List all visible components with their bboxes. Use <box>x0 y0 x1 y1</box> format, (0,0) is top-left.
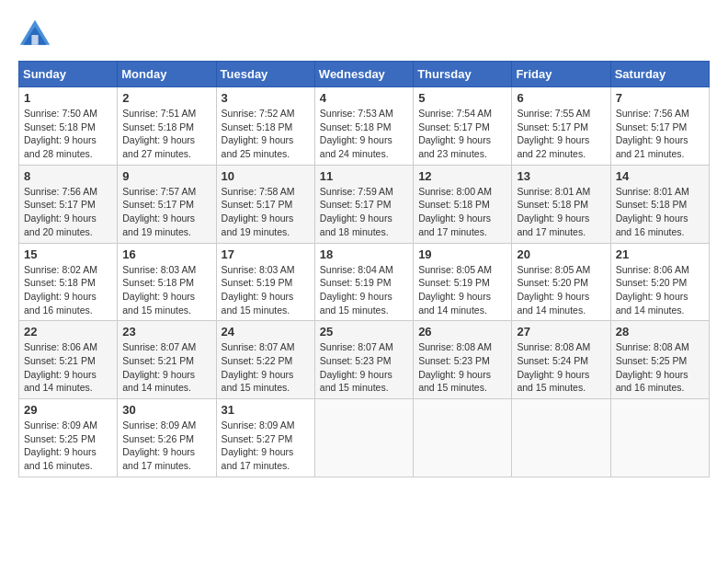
calendar-cell: 18Sunrise: 8:04 AMSunset: 5:19 PMDayligh… <box>314 243 413 321</box>
day-info: Sunrise: 8:09 AMSunset: 5:26 PMDaylight:… <box>122 419 210 473</box>
calendar-cell: 2Sunrise: 7:51 AMSunset: 5:18 PMDaylight… <box>118 87 216 166</box>
calendar-cell: 30Sunrise: 8:09 AMSunset: 5:26 PMDayligh… <box>118 399 216 477</box>
day-info: Sunrise: 7:50 AMSunset: 5:18 PMDaylight:… <box>24 107 112 161</box>
day-number: 27 <box>517 325 605 339</box>
weekday-header-row: SundayMondayTuesdayWednesdayThursdayFrid… <box>19 62 710 87</box>
day-info: Sunrise: 7:55 AMSunset: 5:17 PMDaylight:… <box>517 107 605 161</box>
day-info: Sunrise: 8:04 AMSunset: 5:19 PMDaylight:… <box>320 263 408 317</box>
day-info: Sunrise: 8:02 AMSunset: 5:18 PMDaylight:… <box>24 263 112 317</box>
day-number: 4 <box>320 91 408 105</box>
calendar-cell: 19Sunrise: 8:05 AMSunset: 5:19 PMDayligh… <box>414 243 512 321</box>
day-info: Sunrise: 7:52 AMSunset: 5:18 PMDaylight:… <box>222 107 310 161</box>
day-info: Sunrise: 7:57 AMSunset: 5:17 PMDaylight:… <box>122 185 210 239</box>
day-number: 8 <box>24 169 112 183</box>
calendar-cell: 21Sunrise: 8:06 AMSunset: 5:20 PMDayligh… <box>610 243 709 321</box>
calendar-cell: 8Sunrise: 7:56 AMSunset: 5:17 PMDaylight… <box>19 165 118 243</box>
calendar-cell: 17Sunrise: 8:03 AMSunset: 5:19 PMDayligh… <box>216 243 314 321</box>
day-info: Sunrise: 8:03 AMSunset: 5:19 PMDaylight:… <box>222 263 310 317</box>
logo-icon <box>18 18 51 52</box>
weekday-header-friday: Friday <box>512 62 610 87</box>
day-info: Sunrise: 8:06 AMSunset: 5:21 PMDaylight:… <box>24 340 112 395</box>
calendar-cell: 10Sunrise: 7:58 AMSunset: 5:17 PMDayligh… <box>216 165 314 243</box>
day-number: 13 <box>517 169 605 183</box>
logo <box>18 18 55 52</box>
day-info: Sunrise: 8:07 AMSunset: 5:23 PMDaylight:… <box>320 340 408 395</box>
weekday-header-monday: Monday <box>118 62 216 87</box>
calendar-cell: 15Sunrise: 8:02 AMSunset: 5:18 PMDayligh… <box>19 243 118 321</box>
day-info: Sunrise: 8:00 AMSunset: 5:18 PMDaylight:… <box>418 185 506 239</box>
calendar-cell: 27Sunrise: 8:08 AMSunset: 5:24 PMDayligh… <box>512 321 610 399</box>
calendar-cell <box>610 399 709 477</box>
calendar-cell: 31Sunrise: 8:09 AMSunset: 5:27 PMDayligh… <box>216 399 314 477</box>
day-number: 1 <box>24 91 112 105</box>
day-info: Sunrise: 8:05 AMSunset: 5:19 PMDaylight:… <box>418 263 506 317</box>
calendar-cell: 7Sunrise: 7:56 AMSunset: 5:17 PMDaylight… <box>610 87 709 166</box>
day-info: Sunrise: 8:09 AMSunset: 5:27 PMDaylight:… <box>222 419 310 473</box>
calendar-cell: 28Sunrise: 8:08 AMSunset: 5:25 PMDayligh… <box>610 321 709 399</box>
header <box>18 18 710 52</box>
calendar-cell <box>314 399 413 477</box>
svg-rect-2 <box>31 35 38 45</box>
calendar-cell: 13Sunrise: 8:01 AMSunset: 5:18 PMDayligh… <box>512 165 610 243</box>
day-number: 19 <box>418 247 506 261</box>
calendar-cell: 3Sunrise: 7:52 AMSunset: 5:18 PMDaylight… <box>216 87 314 166</box>
calendar-cell: 11Sunrise: 7:59 AMSunset: 5:17 PMDayligh… <box>314 165 413 243</box>
day-number: 26 <box>418 325 506 339</box>
calendar-cell <box>512 399 610 477</box>
day-number: 6 <box>517 91 605 105</box>
calendar-header: SundayMondayTuesdayWednesdayThursdayFrid… <box>19 62 710 87</box>
day-number: 12 <box>418 169 506 183</box>
day-number: 9 <box>122 169 210 183</box>
calendar-cell: 14Sunrise: 8:01 AMSunset: 5:18 PMDayligh… <box>610 165 709 243</box>
day-number: 16 <box>122 247 210 261</box>
day-number: 14 <box>616 169 704 183</box>
day-number: 11 <box>320 169 408 183</box>
day-info: Sunrise: 8:01 AMSunset: 5:18 PMDaylight:… <box>616 185 704 239</box>
week-row-2: 8Sunrise: 7:56 AMSunset: 5:17 PMDaylight… <box>19 165 710 243</box>
day-number: 30 <box>122 403 210 417</box>
day-number: 2 <box>122 91 210 105</box>
calendar-cell: 9Sunrise: 7:57 AMSunset: 5:17 PMDaylight… <box>118 165 216 243</box>
day-number: 18 <box>320 247 408 261</box>
day-info: Sunrise: 7:59 AMSunset: 5:17 PMDaylight:… <box>320 185 408 239</box>
day-info: Sunrise: 7:58 AMSunset: 5:17 PMDaylight:… <box>222 185 310 239</box>
week-row-3: 15Sunrise: 8:02 AMSunset: 5:18 PMDayligh… <box>19 243 710 321</box>
day-number: 10 <box>222 169 310 183</box>
day-info: Sunrise: 7:56 AMSunset: 5:17 PMDaylight:… <box>616 107 704 161</box>
day-info: Sunrise: 7:51 AMSunset: 5:18 PMDaylight:… <box>122 107 210 161</box>
day-number: 20 <box>517 247 605 261</box>
day-number: 24 <box>222 325 310 339</box>
weekday-header-saturday: Saturday <box>610 62 709 87</box>
day-info: Sunrise: 8:09 AMSunset: 5:25 PMDaylight:… <box>24 419 112 473</box>
calendar-cell: 23Sunrise: 8:07 AMSunset: 5:21 PMDayligh… <box>118 321 216 399</box>
weekday-header-wednesday: Wednesday <box>314 62 413 87</box>
week-row-1: 1Sunrise: 7:50 AMSunset: 5:18 PMDaylight… <box>19 87 710 166</box>
day-number: 5 <box>418 91 506 105</box>
calendar-body: 1Sunrise: 7:50 AMSunset: 5:18 PMDaylight… <box>19 87 710 477</box>
day-number: 29 <box>24 403 112 417</box>
calendar-cell: 12Sunrise: 8:00 AMSunset: 5:18 PMDayligh… <box>414 165 512 243</box>
week-row-5: 29Sunrise: 8:09 AMSunset: 5:25 PMDayligh… <box>19 399 710 477</box>
day-number: 15 <box>24 247 112 261</box>
calendar-cell <box>414 399 512 477</box>
day-number: 17 <box>222 247 310 261</box>
day-info: Sunrise: 8:05 AMSunset: 5:20 PMDaylight:… <box>517 263 605 317</box>
day-number: 7 <box>616 91 704 105</box>
calendar-cell: 1Sunrise: 7:50 AMSunset: 5:18 PMDaylight… <box>19 87 118 166</box>
day-info: Sunrise: 8:07 AMSunset: 5:22 PMDaylight:… <box>222 340 310 395</box>
day-info: Sunrise: 8:03 AMSunset: 5:18 PMDaylight:… <box>122 263 210 317</box>
calendar-cell: 6Sunrise: 7:55 AMSunset: 5:17 PMDaylight… <box>512 87 610 166</box>
day-info: Sunrise: 8:08 AMSunset: 5:23 PMDaylight:… <box>418 340 506 395</box>
day-info: Sunrise: 7:56 AMSunset: 5:17 PMDaylight:… <box>24 185 112 239</box>
calendar-cell: 24Sunrise: 8:07 AMSunset: 5:22 PMDayligh… <box>216 321 314 399</box>
weekday-header-tuesday: Tuesday <box>216 62 314 87</box>
day-number: 31 <box>222 403 310 417</box>
day-info: Sunrise: 8:08 AMSunset: 5:25 PMDaylight:… <box>616 340 704 395</box>
day-info: Sunrise: 8:06 AMSunset: 5:20 PMDaylight:… <box>616 263 704 317</box>
calendar-cell: 26Sunrise: 8:08 AMSunset: 5:23 PMDayligh… <box>414 321 512 399</box>
calendar-cell: 22Sunrise: 8:06 AMSunset: 5:21 PMDayligh… <box>19 321 118 399</box>
day-number: 22 <box>24 325 112 339</box>
day-info: Sunrise: 7:53 AMSunset: 5:18 PMDaylight:… <box>320 107 408 161</box>
calendar-cell: 25Sunrise: 8:07 AMSunset: 5:23 PMDayligh… <box>314 321 413 399</box>
calendar-cell: 4Sunrise: 7:53 AMSunset: 5:18 PMDaylight… <box>314 87 413 166</box>
